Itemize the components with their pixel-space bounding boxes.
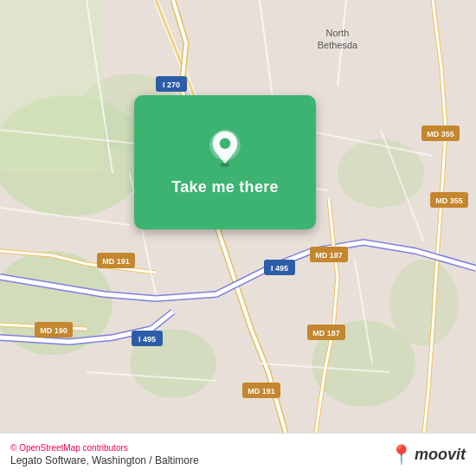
moovit-pin-icon: 📍 xyxy=(389,444,413,466)
svg-text:MD 191: MD 191 xyxy=(248,387,275,396)
svg-point-7 xyxy=(338,138,424,208)
svg-text:MD 191: MD 191 xyxy=(102,257,130,266)
svg-text:MD 190: MD 190 xyxy=(40,326,68,335)
attribution-text: © OpenStreetMap contributors xyxy=(10,443,199,453)
location-pin-icon xyxy=(204,128,246,170)
moovit-brand-text: moovit xyxy=(415,446,466,464)
map-container: I 270 MD 355 MD 355 I 495 I 495 MD 187 M… xyxy=(0,0,476,433)
svg-rect-8 xyxy=(0,0,104,173)
take-me-there-button[interactable]: Take me there xyxy=(171,178,279,196)
svg-text:North: North xyxy=(326,28,350,38)
svg-point-48 xyxy=(220,138,230,149)
svg-text:I 495: I 495 xyxy=(138,335,156,344)
svg-text:Bethesda: Bethesda xyxy=(318,40,358,50)
svg-text:I 270: I 270 xyxy=(163,80,180,89)
svg-text:MD 187: MD 187 xyxy=(312,329,340,338)
location-card[interactable]: Take me there xyxy=(134,95,316,229)
location-info: Legato Software, Washington / Baltimore xyxy=(10,454,199,466)
svg-text:MD 355: MD 355 xyxy=(427,130,454,138)
svg-point-5 xyxy=(389,260,459,346)
svg-text:MD 355: MD 355 xyxy=(435,196,463,205)
svg-text:MD 187: MD 187 xyxy=(315,251,343,260)
moovit-logo: 📍 moovit xyxy=(389,444,466,466)
info-bar: © OpenStreetMap contributors Legato Soft… xyxy=(0,433,476,476)
svg-text:I 495: I 495 xyxy=(271,264,288,273)
